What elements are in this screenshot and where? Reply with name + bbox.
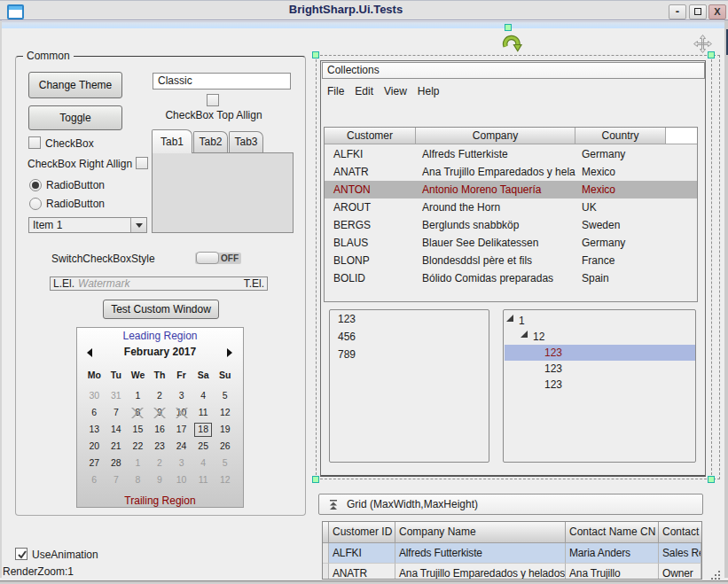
calendar-day[interactable]: 3 — [170, 455, 192, 471]
calendar-day[interactable]: 2 — [149, 455, 171, 471]
checkbox-right-align[interactable] — [136, 157, 148, 169]
list-item[interactable]: 789 — [330, 347, 489, 363]
grid-row[interactable]: ANATR Ana Trujillo Emparedados y hela Me… — [325, 163, 697, 181]
calendar-next-button[interactable] — [227, 348, 232, 357]
resize-handle[interactable] — [312, 51, 319, 58]
checkbox[interactable] — [28, 136, 41, 149]
column-header-country[interactable]: Country — [575, 128, 666, 144]
resize-handle[interactable] — [312, 476, 319, 483]
tree-leaf[interactable]: 123 — [544, 377, 562, 393]
tab-tab1[interactable]: Tab1 — [152, 129, 192, 153]
minimize-button[interactable]: - — [669, 4, 686, 19]
calendar-day[interactable]: 14 — [106, 421, 128, 438]
calendar-day[interactable]: 20 — [83, 438, 106, 455]
tree-leaf-selected[interactable]: 123 — [505, 345, 695, 361]
list-item[interactable]: 123 — [330, 311, 489, 328]
calendar-day[interactable]: 12 — [214, 471, 236, 488]
menu-edit[interactable]: Edit — [355, 85, 373, 97]
calendar-day[interactable]: 19 — [214, 421, 236, 438]
tree-expanded-icon[interactable] — [521, 331, 528, 338]
resize-handle[interactable] — [708, 476, 715, 483]
calendar-day[interactable]: 28 — [106, 455, 128, 471]
calendar-day[interactable]: 12 — [214, 404, 236, 421]
column-header-customer-id[interactable]: Customer ID — [329, 522, 395, 543]
tree-expanded-icon[interactable] — [506, 315, 513, 322]
tree-node-child[interactable]: 12 — [533, 329, 544, 345]
calendar-day[interactable]: 15 — [127, 421, 149, 438]
close-button[interactable]: X — [708, 4, 726, 19]
calendar-day[interactable]: 22 — [127, 438, 149, 455]
calendar-day[interactable]: 13 — [83, 421, 106, 438]
calendar-day[interactable]: 8 — [127, 471, 149, 488]
grid-row[interactable]: BERGS Berglunds snabbköp Sweden — [325, 216, 697, 234]
calendar-day[interactable]: 24 — [170, 438, 192, 455]
calendar-prev-button[interactable] — [87, 348, 92, 357]
calendar-day[interactable]: 17 — [170, 421, 192, 438]
menu-file[interactable]: File — [327, 85, 344, 97]
calendar-day[interactable]: 5 — [214, 387, 236, 404]
column-header-company[interactable]: Company — [416, 128, 575, 144]
calendar-month-label[interactable]: February 2017 — [76, 346, 244, 358]
list-item[interactable]: 456 — [330, 329, 489, 346]
calendar-day[interactable]: 7 — [106, 471, 128, 488]
grid-row[interactable]: AROUT Around the Horn UK — [325, 199, 697, 216]
grid-row[interactable]: ALFKI Alfreds Futterkiste Germany — [325, 145, 697, 163]
tab-tab2[interactable]: Tab2 — [193, 131, 228, 153]
calendar-day[interactable]: 21 — [106, 438, 128, 455]
row-header[interactable] — [323, 543, 329, 564]
grid-expander[interactable]: Grid (MaxWidth,MaxHeight) — [318, 494, 703, 515]
calendar-day[interactable]: 9 — [149, 471, 171, 488]
toggle-button[interactable]: Toggle — [28, 105, 122, 130]
calendar-day[interactable]: 7 — [106, 404, 128, 421]
calendar-day[interactable]: 6 — [83, 471, 106, 488]
grid-row[interactable]: BOLID Bólido Comidas preparadas Spain — [325, 269, 697, 287]
item-combobox[interactable]: Item 1 — [28, 217, 147, 233]
row-header[interactable] — [323, 564, 329, 580]
calendar-day[interactable]: 4 — [192, 387, 215, 404]
watermark-textbox[interactable]: L.El. Watermark T.El. — [50, 276, 268, 291]
calendar-day[interactable]: 16 — [149, 421, 171, 438]
calendar-day[interactable]: 26 — [214, 438, 236, 455]
radio-button-2[interactable] — [29, 198, 42, 210]
tree-node-root[interactable]: 1 — [519, 313, 525, 329]
anchor-handle[interactable] — [505, 24, 512, 31]
calendar-day[interactable]: 2 — [149, 387, 171, 404]
column-header-contact-name[interactable]: Contact Name CN — [566, 522, 659, 543]
grid-row[interactable]: BLAUS Blauer See Delikatessen Germany — [325, 234, 697, 252]
maximize-button[interactable] — [689, 4, 707, 19]
grid-row-selected[interactable]: ALFKI Alfreds Futterkiste Maria Anders S… — [323, 543, 701, 564]
checkbox-top-align[interactable] — [207, 94, 219, 106]
grid-row[interactable]: BLONP Blondesddsl père et fils France — [325, 252, 697, 269]
calendar-day[interactable]: 27 — [83, 455, 106, 471]
resize-grip[interactable] — [711, 571, 713, 572]
combobox-dropdown-button[interactable] — [130, 218, 146, 232]
tab-tab3[interactable]: Tab3 — [229, 131, 263, 153]
calendar-day[interactable]: 31 — [106, 387, 128, 404]
calendar-day-today[interactable]: 18 — [192, 421, 215, 438]
rotate-icon[interactable] — [501, 33, 524, 53]
calendar-day[interactable]: 4 — [192, 455, 215, 471]
tree-leaf[interactable]: 123 — [544, 361, 562, 377]
calendar-day[interactable]: 25 — [192, 438, 215, 455]
calendar-day[interactable]: 11 — [192, 471, 215, 488]
calendar-day[interactable]: 1 — [127, 387, 149, 404]
calendar-day[interactable]: 10 — [170, 471, 192, 488]
use-animation-checkbox[interactable] — [15, 548, 27, 560]
calendar-day[interactable]: 30 — [83, 387, 106, 404]
test-custom-window-button[interactable]: Test Custom Window — [103, 300, 219, 319]
column-header-contact-title[interactable]: Contact — [659, 522, 701, 543]
menu-view[interactable]: View — [384, 85, 407, 97]
calendar-day[interactable]: 1 — [127, 455, 149, 471]
grid-row[interactable]: ANATR Ana Trujillo Emparedados y helados… — [323, 564, 701, 580]
collapse-icon[interactable] — [328, 500, 339, 510]
calendar-day[interactable]: 11 — [192, 404, 215, 421]
switch-knob[interactable] — [196, 252, 219, 264]
calendar-day[interactable]: 5 — [214, 455, 236, 471]
column-header-company-name[interactable]: Company Name — [395, 522, 566, 543]
column-header-customer[interactable]: Customer — [325, 128, 416, 144]
menu-help[interactable]: Help — [418, 85, 440, 97]
collections-title[interactable]: Collections — [322, 62, 705, 79]
grid-row-selected[interactable]: ANTON Antonio Moreno Taquería Mexico — [325, 181, 697, 199]
calendar-day[interactable]: 6 — [83, 404, 106, 421]
calendar-day[interactable]: 23 — [149, 438, 171, 455]
